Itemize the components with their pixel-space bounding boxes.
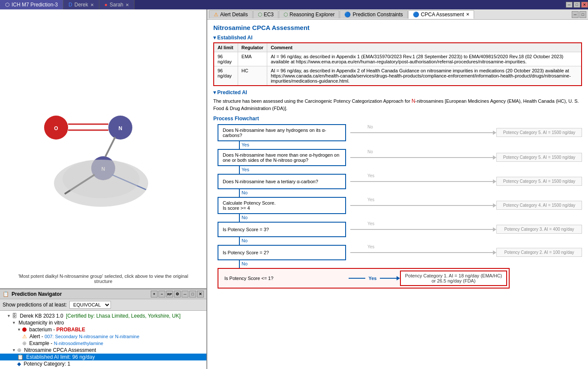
- bullet-bact: [22, 327, 27, 332]
- vert-line-3: [239, 189, 240, 197]
- tab-ec3-icon: ⬡: [258, 12, 262, 18]
- tab-ec3[interactable]: ⬡ EC3: [253, 10, 278, 18]
- tab-ich-m7[interactable]: ⬡ ICH M7 Prediction-3: [0, 0, 63, 9]
- right-panel-controls: ─ □: [572, 11, 586, 18]
- tab-cpca-label: CPCA Assessment: [421, 12, 464, 18]
- tree-item-ai-limit[interactable]: 📋 Established AI limit: 96 ng/day: [0, 354, 206, 360]
- tab-cpca-assessment[interactable]: 🔵 CPCA Assessment ✕: [408, 10, 474, 19]
- pred-nav-tree: ▼ 🗄 Derek KB 2023 1.0 [Certified by: Lha…: [0, 311, 206, 369]
- col-regulator: Regulator: [238, 43, 267, 52]
- nav-rp-btn[interactable]: RP: [166, 291, 173, 298]
- flow-result-2-no: Potency Category 5. AI = 1500 ng/day: [496, 153, 582, 162]
- bact-label: bacterium - PROBABLE: [28, 327, 85, 333]
- predicted-ai-text: The structure has been assessed using th…: [213, 97, 582, 112]
- flow-arrow-4-yes: Yes: [350, 203, 496, 208]
- molecule-svg: O N N: [22, 89, 185, 209]
- app-tab-list: ⬡ ICH M7 Prediction-3 D Derek ✕ ● Sarah …: [0, 0, 134, 9]
- ai-limits-table: AI limit Regulator Comment 96 ng/day EMA…: [213, 42, 582, 86]
- tab-alert-details[interactable]: ⚠ Alert Details: [209, 10, 253, 18]
- flow-arrow-1-no: No: [350, 131, 496, 135]
- close-derek-tab[interactable]: ✕: [90, 3, 94, 7]
- right-max-btn[interactable]: □: [579, 11, 586, 18]
- minimize-btn[interactable]: ─: [566, 2, 573, 8]
- tree-item-derek-kb[interactable]: ▼ 🗄 Derek KB 2023 1.0 [Certified by: Lha…: [0, 312, 206, 319]
- tree-item-cpca-header[interactable]: ▼ ⊕ Nitrosamine CPCA Assessment: [0, 347, 206, 354]
- filter-label: Show predictions of at least:: [3, 302, 67, 308]
- close-cpca-tab[interactable]: ✕: [466, 12, 469, 17]
- maximize-btn[interactable]: □: [573, 2, 580, 8]
- pred-nav-filter: Show predictions of at least: EQUIVOCAL …: [0, 299, 206, 311]
- tree-item-example[interactable]: ⊕ Example - N-nitrosodimethylamine: [0, 340, 206, 347]
- connector-3: No: [218, 189, 582, 197]
- potency-cat-label: Potency Category: 1: [22, 361, 70, 367]
- flow-q6: Is Potency Score = 2?: [218, 245, 346, 260]
- right-min-btn[interactable]: ─: [572, 11, 579, 18]
- tree-item-bacterium[interactable]: ▼ bacterium - PROBABLE: [0, 326, 206, 333]
- vert-line-4: [239, 214, 240, 222]
- established-ai-toggle[interactable]: ▾ Established AI: [213, 35, 253, 41]
- expand-icon-mutag: ▼: [12, 321, 16, 325]
- comment-ema: AI = 96 ng/day, as described in Appendix…: [267, 52, 582, 66]
- right-content-area: Nitrosamine CPCA Assessment ▾ Establishe…: [207, 20, 588, 369]
- tab-ec3-label: EC3: [264, 12, 274, 18]
- connector-6: No: [218, 260, 582, 268]
- alert-link[interactable]: 007: Secondary N-nitrosamine or N-nitram…: [45, 334, 139, 339]
- right-tab-bar: ⚠ Alert Details ⬡ EC3 ⬡ Reasoning Explor…: [207, 9, 588, 20]
- connector-4: No: [218, 214, 582, 222]
- example-icon: ⊕: [22, 340, 27, 346]
- tab-derek[interactable]: D Derek ✕: [63, 0, 99, 9]
- yes-label-2: Yes: [242, 167, 249, 172]
- connector-2: Yes: [218, 166, 582, 174]
- flow-q1: Does N-nitrosamine have any hydrogens on…: [218, 124, 346, 141]
- tab-cpca-icon: 🔵: [413, 12, 419, 18]
- tab-pred-constraints[interactable]: 🔵 Prediction Constraints: [340, 10, 407, 18]
- predicted-ai-header: ▾ Predicted AI: [213, 89, 582, 95]
- flow-q3: Does N-nitrosamine have a tertiary α-car…: [218, 174, 346, 189]
- nav-expand-btn[interactable]: +: [151, 291, 158, 298]
- tab-alert-label: Alert Details: [220, 12, 248, 18]
- tab-label-derek: Derek: [75, 2, 88, 8]
- cpca-icon: ⊕: [17, 347, 21, 353]
- connector-1: Yes: [218, 141, 582, 149]
- tab-re-label: Reasoning Explorer: [290, 12, 334, 18]
- flow-row-3: Does N-nitrosamine have a tertiary α-car…: [218, 174, 582, 189]
- tab-reasoning-explorer[interactable]: ⬡ Reasoning Explorer: [279, 10, 339, 18]
- close-sarah-tab[interactable]: ✕: [125, 3, 129, 7]
- derek-kb-label: Derek KB 2023 1.0: [18, 313, 65, 319]
- predicted-ai-toggle[interactable]: ▾ Predicted AI: [213, 89, 247, 95]
- tree-item-mutagenicity[interactable]: ▼ Mutagenicity in vitro: [0, 319, 206, 326]
- col-ai-limit: AI limit: [214, 43, 238, 52]
- example-label: Example - N-nitrosodimethylamine: [28, 340, 103, 346]
- flow-q4: Calculate Potency Score. Is score >= 4: [218, 197, 346, 214]
- nav-max-btn[interactable]: □: [189, 291, 196, 298]
- filter-select[interactable]: EQUIVOCAL PROBABLE CERTAIN IMPOSSIBLE: [69, 301, 111, 309]
- connector-5: No: [218, 237, 582, 245]
- alert-icon: ⚠: [22, 333, 27, 339]
- regulator-ema: EMA: [238, 52, 267, 66]
- tab-sarah[interactable]: ● Sarah ✕: [99, 0, 134, 9]
- ai-limit-icon: 📋: [17, 354, 24, 360]
- flow-arrow-6-yes: Yes: [350, 250, 496, 255]
- ai-row-hc: 96 ng/day HC AI = 96 ng/day, as describe…: [214, 66, 582, 86]
- tree-item-potency-cat[interactable]: ◆ Potency Category: 1: [0, 360, 206, 367]
- expand-icon-bact: ▼: [17, 327, 21, 332]
- nav-min-btn[interactable]: ─: [182, 291, 188, 298]
- tree-item-alert[interactable]: ⚠ Alert - 007: Secondary N-nitrosamine o…: [0, 333, 206, 340]
- yes-text-7: Yes: [369, 276, 377, 281]
- no-label-3: No: [242, 190, 248, 195]
- vert-line-2: [239, 166, 240, 174]
- ai-row-ema: 96 ng/day EMA AI = 96 ng/day, as describ…: [214, 52, 582, 66]
- nav-collapse-btn[interactable]: −: [158, 291, 165, 298]
- example-link[interactable]: N-nitrosodimethylamine: [54, 341, 104, 346]
- cpca-header-label: Nitrosamine CPCA Assessment: [23, 347, 96, 353]
- flow-result-3-yes: Potency Category 5. AI = 1500 ng/day: [496, 177, 582, 186]
- flow-row-1: Does N-nitrosamine have any hydrogens on…: [218, 124, 582, 141]
- nav-close-btn[interactable]: ✕: [197, 291, 204, 298]
- pred-nav-icons: + − RP ⚙ ─ □ ✕: [151, 291, 204, 298]
- nav-settings-btn[interactable]: ⚙: [174, 291, 181, 298]
- col-comment: Comment: [267, 43, 582, 52]
- close-btn[interactable]: ✕: [581, 2, 588, 8]
- tab-icon-sarah: ●: [104, 2, 107, 8]
- tab-pc-label: Prediction Constraints: [352, 12, 403, 18]
- no-label-4: No: [242, 215, 248, 220]
